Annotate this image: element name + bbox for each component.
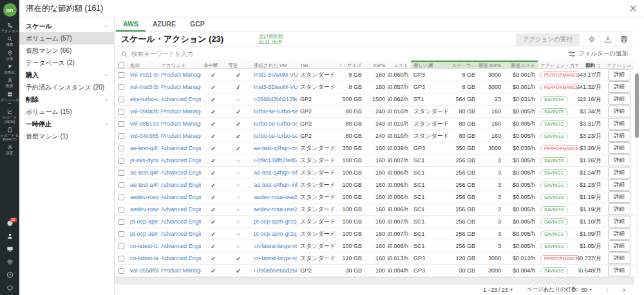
row-checkbox[interactable] bbox=[118, 170, 124, 176]
vm-link[interactable]: aedev-rosa-use2- bbox=[254, 194, 298, 200]
name-link[interactable]: vol-0558f6badaa bbox=[130, 267, 158, 274]
sidebar-item-0-1[interactable]: 仮想マシン (66) bbox=[19, 44, 114, 57]
name-link[interactable]: vol-090adfa7740 bbox=[130, 108, 158, 115]
sidebar-item-0-2[interactable]: データベース (2) bbox=[19, 57, 114, 69]
detail-button[interactable]: 詳細 bbox=[608, 179, 630, 191]
account-link[interactable]: Product Manager bbox=[161, 267, 201, 274]
name-link[interactable]: vol-04c3859aea0 bbox=[130, 133, 158, 139]
download-icon[interactable] bbox=[604, 35, 612, 43]
name-link[interactable]: vol-08513390a35 bbox=[130, 120, 158, 127]
prev-page-button[interactable]: ‹ bbox=[606, 286, 609, 294]
vm-link[interactable]: ae-test-q4hqn-inf bbox=[254, 182, 298, 188]
name-link[interactable]: eks-turbo-cloud-r bbox=[130, 96, 158, 102]
name-link[interactable]: js-eks-dynamic-p bbox=[130, 157, 158, 164]
name-link[interactable]: aedev-rosa-use2- bbox=[130, 206, 158, 213]
vm-link[interactable]: ae-test-q4hqn-my bbox=[254, 145, 298, 151]
row-checkbox[interactable] bbox=[118, 109, 124, 115]
sidebar-item-2-0[interactable]: ボリューム (15) bbox=[19, 106, 114, 118]
account-link[interactable]: Advanced Engine bbox=[161, 231, 201, 237]
vm-link[interactable]: cn-latest-large-xt bbox=[254, 255, 297, 262]
row-checkbox[interactable] bbox=[118, 182, 124, 188]
vm-link[interactable]: Inst1-5UwoM-VU bbox=[254, 71, 298, 78]
app-logo[interactable]: on bbox=[3, 3, 17, 17]
print-icon[interactable] bbox=[620, 35, 628, 43]
row-checkbox[interactable] bbox=[118, 133, 124, 139]
detail-button[interactable]: 詳細 bbox=[608, 142, 630, 154]
name-link[interactable]: cn-latest-lzdjn-dy bbox=[130, 243, 158, 249]
vm-link[interactable]: i-0666d3b02139c bbox=[254, 96, 298, 102]
column-header-6[interactable]: ディスク・サイズ bbox=[340, 61, 365, 69]
name-link[interactable]: aedev-rosa-use2- bbox=[130, 194, 158, 200]
detail-button[interactable]: 詳細 bbox=[608, 130, 630, 142]
account-link[interactable]: Advanced Engine bbox=[161, 145, 201, 151]
detail-button[interactable]: 詳細 bbox=[608, 228, 630, 240]
row-checkbox[interactable] bbox=[118, 268, 124, 274]
vm-link[interactable]: aedev-rosa-use2- bbox=[254, 206, 298, 213]
row-checkbox[interactable] bbox=[118, 146, 124, 151]
column-header-11[interactable]: 新規 IOPS bbox=[478, 61, 504, 69]
next-page-button[interactable]: › bbox=[623, 286, 625, 294]
settings-gear-icon[interactable] bbox=[588, 35, 596, 43]
column-header-8[interactable]: コスト bbox=[388, 61, 411, 69]
name-link[interactable]: ae-test-q4hqn-dy bbox=[130, 182, 158, 188]
rail-item-3[interactable]: P自動化 bbox=[0, 64, 19, 74]
name-link[interactable]: vol-Inst1-5UwoM bbox=[130, 71, 158, 78]
detail-button[interactable]: 詳細 bbox=[608, 106, 630, 117]
rail-item-8[interactable]: 設定 bbox=[0, 144, 19, 155]
account-link[interactable]: Advanced Engine bbox=[161, 169, 201, 176]
name-link[interactable]: pt-ocp-apm-gr2q bbox=[130, 231, 158, 237]
vm-link[interactable]: i-0f9c139fb2fed5 bbox=[254, 157, 297, 164]
detail-button[interactable]: 詳細 bbox=[608, 69, 630, 81]
search-input[interactable] bbox=[131, 50, 325, 57]
user-icon[interactable] bbox=[6, 233, 14, 240]
row-checkbox[interactable] bbox=[118, 84, 124, 90]
vm-link[interactable]: Inst3-5DwoM-VU bbox=[254, 84, 298, 90]
column-header-3[interactable]: 可逆 bbox=[225, 61, 251, 69]
account-link[interactable]: Advanced Engine bbox=[161, 255, 201, 262]
rail-item-0[interactable]: アクション bbox=[0, 23, 19, 33]
tab-aws[interactable]: AWS bbox=[116, 17, 146, 32]
detail-button[interactable]: 詳細 bbox=[608, 118, 630, 129]
rail-item-5[interactable]: ダッシュボー bbox=[0, 91, 19, 106]
row-checkbox[interactable] bbox=[118, 158, 124, 164]
account-link[interactable]: Product Manager bbox=[161, 84, 201, 90]
detail-button[interactable]: 詳細 bbox=[608, 81, 630, 93]
sidebar-section-0[interactable]: スケール bbox=[19, 20, 114, 32]
account-link[interactable]: Product Manager bbox=[161, 133, 201, 139]
detail-button[interactable]: 詳細 bbox=[608, 191, 630, 203]
column-header-0[interactable]: 名前 bbox=[128, 61, 158, 69]
vm-link[interactable]: ae-test-q4hqn-inf bbox=[254, 169, 298, 176]
row-checkbox[interactable] bbox=[118, 219, 124, 225]
column-header-1[interactable]: アカウント bbox=[158, 61, 201, 69]
detail-button[interactable]: 詳細 bbox=[608, 240, 630, 252]
detail-button[interactable]: 詳細 bbox=[608, 265, 630, 276]
add-filter-button[interactable]: フィルターの追加 bbox=[568, 50, 628, 58]
table-scrollbar-thumb[interactable] bbox=[635, 73, 639, 138]
execute-action-button[interactable]: アクションの実行 bbox=[516, 33, 580, 46]
column-header-13[interactable]: アクション・カテ... bbox=[538, 61, 578, 69]
rows-per-page-select[interactable]: ページあたりの行数: 30 ▾ bbox=[527, 286, 592, 294]
account-link[interactable]: Advanced Engine bbox=[161, 194, 201, 200]
row-checkbox[interactable] bbox=[118, 207, 124, 213]
row-checkbox[interactable] bbox=[118, 243, 124, 249]
row-checkbox[interactable] bbox=[118, 72, 124, 78]
account-link[interactable]: Advanced Engine bbox=[161, 182, 201, 188]
vm-link[interactable]: i-090ab6e6ad26C bbox=[254, 267, 298, 274]
column-header-12[interactable]: 新規コスト bbox=[504, 61, 538, 69]
row-checkbox[interactable] bbox=[118, 97, 124, 102]
detail-button[interactable]: 詳細 bbox=[608, 93, 630, 105]
vm-link[interactable]: turbo-se-turbo-se bbox=[254, 108, 298, 115]
tab-azure[interactable]: AZURE bbox=[146, 17, 183, 32]
account-link[interactable]: Product Manager bbox=[161, 108, 201, 115]
sidebar-section-3[interactable]: 一時停止 bbox=[19, 118, 114, 130]
row-checkbox[interactable] bbox=[118, 121, 124, 127]
select-all-checkbox[interactable] bbox=[118, 62, 124, 68]
row-checkbox[interactable] bbox=[118, 195, 124, 200]
name-link[interactable]: vol-Inst3-5DwoM bbox=[130, 84, 158, 90]
sidebar-item-1-0[interactable]: 予約済みインスタンス (20) bbox=[19, 81, 114, 93]
name-link[interactable]: ae-test-q4hqn-my bbox=[130, 145, 158, 151]
detail-button[interactable]: 詳細 bbox=[608, 167, 630, 178]
sidebar-item-0-0[interactable]: ボリューム (57) bbox=[19, 32, 114, 44]
page-range-select[interactable]: 1 - 23 / 23 ▾ bbox=[483, 287, 513, 293]
column-header-9[interactable]: 新しい層 bbox=[411, 61, 451, 69]
